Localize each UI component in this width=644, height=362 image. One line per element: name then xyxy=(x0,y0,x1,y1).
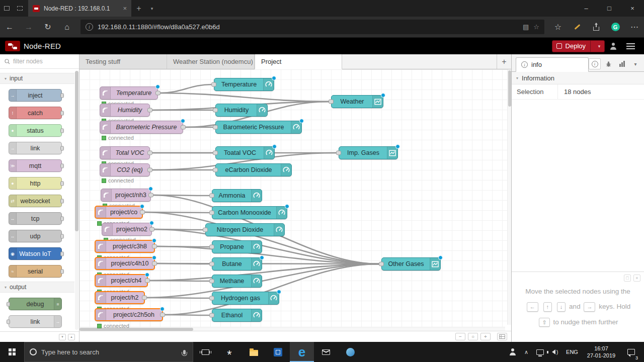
reading-view-icon[interactable]: ▤ xyxy=(523,23,529,31)
palette-expand-icon[interactable]: ▴ xyxy=(68,334,75,340)
zoom-out-button[interactable]: − xyxy=(455,333,465,340)
node-port-output[interactable] xyxy=(152,244,157,249)
start-button[interactable] xyxy=(0,342,24,362)
flow-node-mqtt-nh3[interactable]: project/nh3connected xyxy=(101,189,151,202)
close-tab-icon[interactable]: × xyxy=(123,5,127,12)
node-port-input[interactable] xyxy=(209,211,214,215)
node-port-input[interactable] xyxy=(329,100,334,104)
network-icon[interactable] xyxy=(532,342,547,362)
node-port-output[interactable] xyxy=(160,313,165,317)
palette-node-debug[interactable]: ≡debug xyxy=(9,298,62,310)
refresh-icon[interactable]: ↻ xyxy=(38,22,57,32)
flow-node-gauge-total-voc[interactable]: Toatal VOC xyxy=(215,146,275,159)
palette-category-input[interactable]: ▾input xyxy=(0,73,74,84)
flow-node-gauge-temperature[interactable]: Temperature xyxy=(214,78,274,91)
taskbar-search[interactable]: Type here to search xyxy=(24,342,193,362)
share-icon[interactable] xyxy=(587,24,606,31)
debug-panel-icon[interactable] xyxy=(602,58,614,69)
node-port-output[interactable] xyxy=(147,108,152,113)
address-bar[interactable]: i 192.168.0.11:1880/#flow/d8a0a527.e0b6d… xyxy=(80,20,544,34)
tip-close-icon[interactable]: × xyxy=(633,275,640,282)
flow-node-gauge-barometric[interactable]: Barometeric Pressure xyxy=(215,121,302,134)
flow-node-mqtt-c2h5oh[interactable]: project/c2h5ohconnected xyxy=(95,308,163,321)
flow-node-gauge-c2h5oh[interactable]: Ethanol xyxy=(212,309,262,322)
palette-node-tcp[interactable]: ↔tcp xyxy=(9,212,62,225)
language-indicator[interactable]: ENG xyxy=(562,342,582,362)
deploy-options-caret-icon[interactable]: ▾ xyxy=(594,44,604,49)
clock[interactable]: 16:07 27-01-2019 xyxy=(582,342,621,362)
volume-icon[interactable]: ) xyxy=(547,342,562,362)
site-info-icon[interactable]: i xyxy=(86,23,93,31)
node-port-input[interactable] xyxy=(213,125,218,130)
taskbar-app-mail[interactable] xyxy=(314,342,338,362)
flow-canvas[interactable]: TemperatureconnectedHumidityconnectedBar… xyxy=(79,69,511,331)
microphone-icon[interactable] xyxy=(183,350,186,354)
palette-node-websocket[interactable]: ⇄websocket xyxy=(9,195,62,207)
palette-node-serial[interactable]: ≈serial xyxy=(9,265,62,278)
tip-popout-icon[interactable]: □ xyxy=(624,275,631,282)
browser-tab[interactable]: Node-RED : 192.168.0.1 × xyxy=(28,0,131,17)
palette-node-status[interactable]: ●status xyxy=(9,124,62,137)
taskbar-app-file-explorer[interactable] xyxy=(242,342,266,362)
node-port-input[interactable] xyxy=(209,279,214,284)
node-port-input[interactable] xyxy=(209,245,214,249)
flow-node-mqtt-c3h8[interactable]: project/c3h8connected xyxy=(95,240,155,253)
node-port-output[interactable] xyxy=(147,151,152,155)
forward-icon[interactable]: → xyxy=(19,23,38,32)
node-port-output[interactable] xyxy=(142,296,147,300)
flow-node-gauge-c3h8[interactable]: Propane xyxy=(212,240,262,253)
node-port-output[interactable] xyxy=(148,193,153,198)
node-port-output[interactable] xyxy=(149,227,154,232)
flow-node-gauge-humidity[interactable]: Humidity xyxy=(215,104,268,117)
flow-node-mqtt-humidity[interactable]: Humidityconnected xyxy=(100,104,150,117)
more-options-icon[interactable]: ⋯ xyxy=(625,22,644,32)
flow-node-mqtt-no2[interactable]: project/no2connected xyxy=(102,223,152,236)
favorites-hub-icon[interactable]: ☆ xyxy=(548,22,568,32)
new-tab-button[interactable]: + xyxy=(131,4,146,13)
task-view-button[interactable] xyxy=(193,342,217,362)
zoom-reset-button[interactable]: ○ xyxy=(468,333,478,340)
node-port-input[interactable] xyxy=(209,313,214,318)
deploy-button[interactable]: Deploy ▾ xyxy=(552,40,605,52)
node-port-input[interactable] xyxy=(209,262,214,266)
palette-node-inject[interactable]: →inject xyxy=(9,89,62,102)
add-flow-button[interactable]: + xyxy=(497,54,511,69)
back-icon[interactable]: ← xyxy=(0,23,19,32)
node-port-input[interactable] xyxy=(379,262,384,266)
favorite-star-icon[interactable]: ☆ xyxy=(533,23,539,31)
palette-node-link[interactable]: →link xyxy=(9,315,62,328)
node-port-input[interactable] xyxy=(213,151,218,155)
flow-node-mqtt-temperature[interactable]: Temperatureconnected xyxy=(100,86,158,100)
flow-node-gauge-no2[interactable]: Nitrogen Dioxide xyxy=(205,223,285,236)
palette-scrollbar-thumb[interactable] xyxy=(75,71,78,231)
flow-node-gauge-h2[interactable]: Hydrogen gas xyxy=(212,292,279,305)
palette-node-link[interactable]: →link xyxy=(9,142,62,154)
window-close-button[interactable]: × xyxy=(621,0,644,17)
url-text[interactable]: 192.168.0.11:1880/#flow/d8a0a527.e0b6d xyxy=(98,23,518,31)
user-icon[interactable] xyxy=(605,43,622,50)
flow-node-gauge-nh3[interactable]: Ammonia xyxy=(212,189,262,202)
tab-weather-station[interactable]: Weather Station (nodemcu) xyxy=(167,54,255,69)
wire-mqtt-temperature-to-gauge-temperature[interactable] xyxy=(160,84,212,93)
flow-node-gauge-co2[interactable]: eCarbon Dioxide xyxy=(215,163,292,176)
flow-node-chart-other-gases[interactable]: Other Gases xyxy=(381,257,441,270)
window-maximize-button[interactable]: □ xyxy=(598,0,621,17)
info-panel-icon[interactable]: i xyxy=(589,58,601,69)
node-port-output[interactable] xyxy=(152,261,157,266)
flow-node-chart-imp-gases[interactable]: Imp. Gases xyxy=(339,146,398,159)
taskbar-app-burst[interactable]: * xyxy=(217,342,242,362)
node-port-output[interactable] xyxy=(155,91,160,96)
palette-collapse-icon[interactable]: ▾ xyxy=(59,334,66,340)
navigator-toggle-icon[interactable] xyxy=(497,333,507,340)
web-notes-icon[interactable] xyxy=(568,26,587,28)
sidebar-menu-caret-icon[interactable]: ▾ xyxy=(629,58,641,69)
wire-mqtt-c4h10-to-chart-other-gases[interactable] xyxy=(157,263,379,264)
information-section-header[interactable]: ▾ Information xyxy=(512,72,644,84)
node-port-output[interactable] xyxy=(140,210,145,215)
flow-node-mqtt-co[interactable]: project/coconnected xyxy=(95,206,143,219)
taskbar-app-blue[interactable] xyxy=(266,342,290,362)
grammarly-extension-icon[interactable]: G xyxy=(606,23,625,31)
palette-node-watson-iot[interactable]: ◉Watson IoT xyxy=(9,247,62,260)
tab-testing-stuff[interactable]: Testing stuff xyxy=(79,54,167,69)
tab-project[interactable]: Project xyxy=(255,54,342,69)
